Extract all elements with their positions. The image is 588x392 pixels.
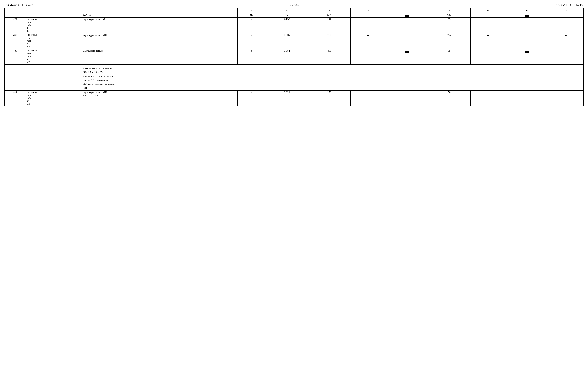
cell-val9: 23 bbox=[428, 18, 471, 33]
table-row: 480 ССЦМСМтех.ч.табл.3.Iп.3 Арматура кла… bbox=[4, 33, 584, 49]
table-row-note: Заменяется марка колонны К60-25 на К60-2… bbox=[4, 64, 584, 90]
equal-sign bbox=[525, 93, 529, 94]
cell-code: ССЦМСМтех.ч.табл.3.Iп.I3 bbox=[26, 49, 82, 64]
cell-val6: 250 bbox=[308, 90, 351, 106]
cell-unit: т bbox=[238, 33, 266, 49]
equal-sign bbox=[405, 36, 409, 37]
dash-value: – bbox=[488, 34, 489, 37]
cell-val8 bbox=[386, 18, 428, 33]
cell-unit: т bbox=[238, 90, 266, 106]
dash-value: – bbox=[488, 14, 489, 16]
dash-value: – bbox=[367, 14, 369, 16]
cell-unit: т bbox=[238, 18, 266, 33]
dash-value: – bbox=[488, 91, 489, 94]
dash-value: – bbox=[367, 34, 369, 37]
col-header-9: 9 bbox=[428, 8, 471, 13]
cell-val5: 0,084 bbox=[266, 49, 308, 64]
cell-code bbox=[26, 13, 82, 18]
col-header-1: 1 bbox=[4, 8, 26, 13]
cell-desc-text: Закладные детали bbox=[83, 50, 103, 52]
cell-code bbox=[26, 64, 82, 90]
table-row: 479 ССЦМСМтех.ч.табл.3.Iп.I Арматура кла… bbox=[4, 18, 584, 33]
equal-sign bbox=[525, 36, 529, 37]
cell-val11 bbox=[506, 90, 548, 106]
col-header-12: 12 bbox=[548, 8, 584, 13]
cell-unit: т bbox=[238, 49, 266, 64]
col-header-5: 5 bbox=[266, 8, 308, 13]
dash-value: – bbox=[367, 50, 369, 52]
cell-val5: I,066 bbox=[266, 33, 308, 49]
cell-val5: 8,2 bbox=[266, 13, 308, 18]
cell-val6: 229 bbox=[308, 18, 351, 33]
cell-val8 bbox=[386, 33, 428, 49]
cell-code: ССЦМСМтех.ч.табл.3.Iп.3 bbox=[26, 33, 82, 49]
cell-val12: – bbox=[548, 33, 584, 49]
cell-val10: – bbox=[471, 49, 506, 64]
cell-val11 bbox=[506, 49, 548, 64]
equal-sign bbox=[525, 20, 529, 21]
header-center: –208– bbox=[290, 3, 300, 7]
cell-val11 bbox=[506, 33, 548, 49]
col-header-7: 7 bbox=[350, 8, 386, 13]
cell-val7: – bbox=[350, 90, 386, 106]
main-table: 1 2 3 4 5 6 7 8 9 10 11 12 К60–ИI м3 8,2… bbox=[4, 8, 584, 106]
col-header-3: 3 bbox=[82, 8, 238, 13]
dash-value: – bbox=[367, 91, 369, 94]
col-header-8: 8 bbox=[386, 8, 428, 13]
cell-desc-text: Арматура класса АI bbox=[83, 18, 105, 21]
cell-num bbox=[4, 13, 26, 18]
cell-val8 bbox=[386, 13, 428, 18]
cell-desc-text: Арматура класса АШ bbox=[83, 34, 107, 36]
dash-value: – bbox=[488, 18, 489, 21]
cell-val6: 83,6 bbox=[308, 13, 351, 18]
cell-val5: 0,IOI bbox=[266, 18, 308, 33]
col-header-11: 11 bbox=[506, 8, 548, 13]
dash-value: – bbox=[565, 14, 567, 16]
cell-val5: 0,232 bbox=[266, 90, 308, 106]
col-header-4: 4 bbox=[238, 8, 266, 13]
col-header-2: 2 bbox=[26, 8, 82, 13]
cell-val9: 35 bbox=[428, 49, 471, 64]
cell-desc: Закладные детали bbox=[82, 49, 238, 64]
cell-val7: – bbox=[350, 49, 386, 64]
cell-desc: К60–ИI bbox=[82, 13, 238, 18]
dash-value: – bbox=[565, 91, 567, 94]
cell-val12: – bbox=[548, 49, 584, 64]
dash-value: – bbox=[565, 34, 567, 37]
table-header-row: 1 2 3 4 5 6 7 8 9 10 11 12 bbox=[4, 8, 584, 13]
cell-num: 479 bbox=[4, 18, 26, 33]
equal-sign bbox=[405, 51, 409, 52]
cell-val11 bbox=[506, 13, 548, 18]
cell-val7: – bbox=[350, 33, 386, 49]
cell-val10: – bbox=[471, 90, 506, 106]
cell-unit: м3 bbox=[238, 13, 266, 18]
cell-val6: 4I3 bbox=[308, 49, 351, 64]
cell-desc-text: К60–ИI bbox=[83, 14, 91, 16]
cell-val7: – bbox=[350, 18, 386, 33]
cell-val11 bbox=[506, 18, 548, 33]
col-header-6: 6 bbox=[308, 8, 351, 13]
col-header-10: 10 bbox=[471, 8, 506, 13]
cell-val10: – bbox=[471, 18, 506, 33]
cell-val12: – bbox=[548, 90, 584, 106]
cell-val8 bbox=[386, 49, 428, 64]
cell-val6: 250 bbox=[308, 33, 351, 49]
page-header: Г903-I-205 Ал.I3.I7 кн.2 –208– 19468-21 … bbox=[4, 3, 584, 7]
dash-value: – bbox=[488, 50, 489, 52]
cell-desc-text: Арматура класса АШ bbox=[83, 91, 107, 94]
equal-sign bbox=[405, 20, 409, 21]
cell-val9: 686 bbox=[428, 13, 471, 18]
cell-val12: – bbox=[548, 18, 584, 33]
equal-sign bbox=[525, 51, 529, 52]
dash-value: – bbox=[565, 50, 567, 52]
cell-val9: 58 bbox=[428, 90, 471, 106]
cell-num: 482 bbox=[4, 90, 26, 106]
cell-subcode: Вес: 0,77–0,538 bbox=[83, 94, 98, 97]
cell-num bbox=[4, 64, 26, 90]
cell-val7: – bbox=[350, 13, 386, 18]
cell-code: ССЦМСМтех.ч.табл.3.Iп.I bbox=[26, 18, 82, 33]
dash-value: – bbox=[367, 18, 369, 21]
header-right: 19468-21 Ал.6.I – 40а bbox=[557, 4, 584, 7]
table-row: К60–ИI м3 8,2 83,6 – 686 – – bbox=[4, 13, 584, 18]
cell-desc: Арматура класса АI bbox=[82, 18, 238, 33]
